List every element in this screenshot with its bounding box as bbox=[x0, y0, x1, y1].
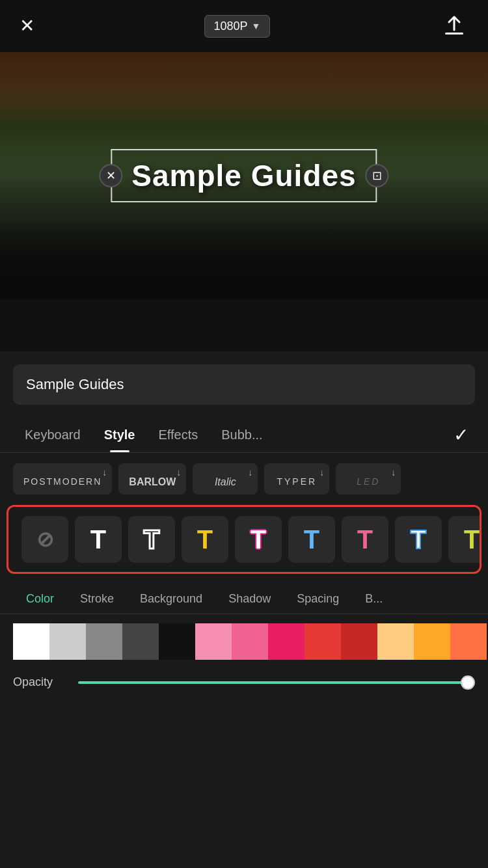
download-icon: ↓ bbox=[391, 467, 396, 478]
text-input[interactable] bbox=[26, 376, 462, 393]
chevron-down-icon: ▼ bbox=[252, 21, 261, 31]
text-input-area bbox=[13, 364, 475, 405]
font-label: BARLOW bbox=[129, 476, 176, 488]
video-preview: ✕ Sample Guides ⊡ bbox=[0, 52, 488, 299]
text-overlay-box[interactable]: ✕ Sample Guides ⊡ bbox=[111, 149, 377, 202]
blue-t-icon: T bbox=[304, 525, 319, 554]
swatch-black[interactable] bbox=[159, 623, 195, 660]
outline-t-icon: T bbox=[144, 525, 159, 554]
sub-tab-shadow[interactable]: Shadow bbox=[215, 584, 284, 614]
font-italic[interactable]: ↓ Italic bbox=[193, 463, 258, 495]
style-yellowgreen-button[interactable]: T bbox=[448, 516, 481, 563]
color-swatches bbox=[0, 614, 488, 669]
style-pink-fill-button[interactable]: T bbox=[342, 516, 388, 563]
font-postmodern[interactable]: ↓ POSTMODERN bbox=[13, 463, 112, 495]
font-label: LED bbox=[346, 476, 390, 487]
no-style-icon: ⊘ bbox=[36, 527, 54, 552]
swatch-lightpink[interactable] bbox=[195, 623, 232, 660]
style-blue-button[interactable]: T bbox=[288, 516, 335, 563]
blue-outline-t-icon: T bbox=[411, 525, 426, 554]
style-white-button[interactable]: T bbox=[75, 516, 122, 563]
font-style-row: ↓ POSTMODERN ↓ BARLOW ↓ Italic ↓ TYPER ↓… bbox=[0, 453, 488, 505]
opacity-thumb[interactable] bbox=[461, 675, 475, 690]
style-yellow-button[interactable]: T bbox=[182, 516, 228, 563]
sub-tabs-row: Color Stroke Background Shadow Spacing B… bbox=[0, 584, 488, 614]
sub-tab-spacing[interactable]: Spacing bbox=[284, 584, 352, 614]
font-label: POSTMODERN bbox=[23, 476, 102, 487]
swatch-lightorange[interactable] bbox=[377, 623, 414, 660]
close-button[interactable]: ✕ bbox=[20, 17, 34, 35]
opacity-slider[interactable] bbox=[78, 681, 475, 684]
style-outline-button[interactable]: T bbox=[128, 516, 175, 563]
swatch-darkgray[interactable] bbox=[122, 623, 159, 660]
pink-fill-t-icon: T bbox=[357, 525, 373, 554]
sub-tab-stroke[interactable]: Stroke bbox=[67, 584, 127, 614]
tab-keyboard[interactable]: Keyboard bbox=[13, 418, 92, 452]
swatch-darkorange[interactable] bbox=[450, 623, 487, 660]
confirm-button[interactable]: ✓ bbox=[447, 418, 475, 452]
font-typer[interactable]: ↓ TYPER bbox=[264, 463, 329, 495]
upload-button[interactable] bbox=[440, 12, 468, 40]
text-resize-button[interactable]: ⊡ bbox=[366, 164, 389, 187]
swatch-darkred[interactable] bbox=[341, 623, 377, 660]
style-none-button[interactable]: ⊘ bbox=[21, 516, 68, 563]
tabs-row: Keyboard Style Effects Bubb... ✓ bbox=[0, 418, 488, 453]
sub-tab-background[interactable]: Background bbox=[127, 584, 215, 614]
tab-style[interactable]: Style bbox=[92, 418, 147, 452]
download-icon: ↓ bbox=[319, 467, 324, 478]
download-icon: ↓ bbox=[176, 467, 181, 478]
svg-rect-0 bbox=[445, 33, 463, 34]
white-t-icon: T bbox=[90, 525, 106, 554]
sub-tab-b[interactable]: B... bbox=[352, 584, 396, 614]
download-icon: ↓ bbox=[248, 467, 252, 478]
style-buttons-row: ⊘ T T T T T T T T bbox=[7, 505, 481, 574]
font-label: TYPER bbox=[275, 476, 319, 487]
swatch-gray[interactable] bbox=[86, 623, 122, 660]
overlay-text: Sample Guides bbox=[131, 159, 356, 193]
timeline-strip bbox=[0, 299, 488, 351]
swatch-pink[interactable] bbox=[232, 623, 268, 660]
bottom-panel: Keyboard Style Effects Bubb... ✓ ↓ POSTM… bbox=[0, 364, 488, 702]
opacity-row: Opacity bbox=[0, 669, 488, 689]
swatch-lightgray[interactable] bbox=[49, 623, 86, 660]
tab-bubble[interactable]: Bubb... bbox=[210, 418, 274, 452]
resolution-label: 1080P bbox=[214, 20, 248, 33]
font-label: Italic bbox=[203, 476, 247, 488]
text-remove-button[interactable]: ✕ bbox=[99, 164, 122, 187]
pink-stroke-t-icon: T bbox=[251, 525, 266, 554]
tab-effects[interactable]: Effects bbox=[146, 418, 210, 452]
top-bar: ✕ 1080P ▼ bbox=[0, 0, 488, 52]
opacity-label: Opacity bbox=[13, 675, 65, 689]
download-icon: ↓ bbox=[102, 467, 107, 478]
swatch-white[interactable] bbox=[13, 623, 49, 660]
yellow-t-icon: T bbox=[197, 525, 213, 554]
font-led[interactable]: ↓ LED bbox=[336, 463, 401, 495]
style-blue-outline-button[interactable]: T bbox=[395, 516, 442, 563]
swatch-hotpink[interactable] bbox=[268, 623, 305, 660]
upload-icon bbox=[442, 14, 466, 38]
resolution-button[interactable]: 1080P ▼ bbox=[204, 15, 271, 38]
yellowgreen-t-icon: T bbox=[464, 525, 480, 554]
swatch-red[interactable] bbox=[305, 623, 341, 660]
style-pink-stroke-button[interactable]: T bbox=[235, 516, 282, 563]
swatch-orange[interactable] bbox=[414, 623, 450, 660]
sub-tab-color[interactable]: Color bbox=[13, 584, 67, 614]
font-barlow[interactable]: ↓ BARLOW bbox=[118, 463, 186, 495]
